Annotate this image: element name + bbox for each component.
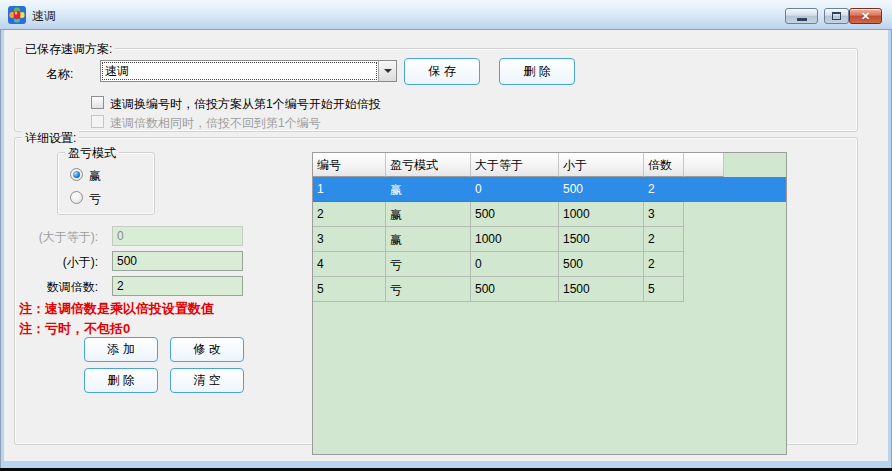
column-header-1[interactable]: 编号 xyxy=(313,153,386,177)
restart-from-first-label: 速调换编号时，倍投方案从第1个编号开始开始倍投 xyxy=(110,96,381,113)
rules-table[interactable]: 编号盈亏模式大于等于小于倍数 1赢050022赢500100033赢100015… xyxy=(312,152,787,455)
greater-equal-label: (大于等于): xyxy=(18,229,98,246)
table-cell: 1 xyxy=(313,177,386,202)
dialog-window: 速调 ✕ 已保存速调方案: 名称: 速调 保 存 删 除 速调换编号时，倍投方案… xyxy=(0,0,892,471)
note-multiplier: 注：速调倍数是乘以倍投设置数值 xyxy=(19,300,214,318)
delete-scheme-button[interactable]: 删 除 xyxy=(499,58,575,85)
greater-equal-input xyxy=(112,226,243,246)
profit-loss-mode-label: 盈亏模式 xyxy=(65,145,119,162)
column-header-4[interactable]: 小于 xyxy=(559,153,644,177)
table-cell: 5 xyxy=(313,277,386,302)
less-than-label: (小于): xyxy=(18,254,98,271)
same-multiplier-label: 速调倍数相同时，倍投不回到第1个编号 xyxy=(110,115,321,132)
titlebar: 速调 ✕ xyxy=(0,0,892,30)
column-header-filler xyxy=(684,153,724,177)
restart-from-first-checkbox[interactable] xyxy=(91,96,104,109)
delete-row-button[interactable]: 删 除 xyxy=(84,368,158,393)
table-cell: 500 xyxy=(471,277,559,302)
table-cell: 亏 xyxy=(386,252,471,277)
chevron-down-icon xyxy=(384,69,392,73)
modify-button[interactable]: 修 改 xyxy=(170,337,244,362)
multiplier-input[interactable] xyxy=(112,276,243,296)
table-cell: 2 xyxy=(644,177,684,202)
table-cell: 0 xyxy=(471,252,559,277)
scheme-name-combobox[interactable]: 速调 xyxy=(100,60,397,82)
table-cell: 2 xyxy=(644,252,684,277)
table-cell: 亏 xyxy=(386,277,471,302)
grid-header: 编号盈亏模式大于等于小于倍数 xyxy=(313,153,786,177)
save-button[interactable]: 保 存 xyxy=(404,58,480,85)
table-row[interactable]: 1赢05002 xyxy=(313,177,786,202)
win-radio-label: 赢 xyxy=(89,168,101,185)
minimize-icon xyxy=(797,18,807,21)
close-button[interactable]: ✕ xyxy=(849,8,882,24)
multiplier-label: 数调倍数: xyxy=(18,279,98,296)
table-cell: 2 xyxy=(313,202,386,227)
table-cell: 500 xyxy=(471,202,559,227)
table-cell: 3 xyxy=(313,227,386,252)
same-multiplier-checkbox xyxy=(91,115,104,128)
clear-button[interactable]: 清 空 xyxy=(170,368,244,393)
table-row[interactable]: 2赢50010003 xyxy=(313,202,786,227)
table-cell: 500 xyxy=(559,252,644,277)
table-cell: 1500 xyxy=(559,227,644,252)
table-cell: 500 xyxy=(559,177,644,202)
window-title: 速调 xyxy=(32,8,56,25)
column-header-2[interactable]: 盈亏模式 xyxy=(386,153,471,177)
note-loss-zero: 注：亏时，不包括0 xyxy=(19,320,130,338)
less-than-input[interactable] xyxy=(112,251,243,271)
close-icon: ✕ xyxy=(861,11,870,22)
loss-radio[interactable] xyxy=(70,191,83,204)
table-cell: 赢 xyxy=(386,227,471,252)
name-label: 名称: xyxy=(46,66,73,83)
table-cell: 0 xyxy=(471,177,559,202)
saved-schemes-group-label: 已保存速调方案: xyxy=(22,41,115,58)
column-header-3[interactable]: 大于等于 xyxy=(471,153,559,177)
table-cell: 3 xyxy=(644,202,684,227)
win-radio[interactable] xyxy=(70,168,83,181)
table-cell: 4 xyxy=(313,252,386,277)
table-row[interactable]: 5亏50015005 xyxy=(313,277,786,302)
grid-body: 1赢050022赢500100033赢1000150024亏050025亏500… xyxy=(313,177,786,302)
profit-loss-mode-group: 盈亏模式 xyxy=(57,152,155,215)
app-icon xyxy=(8,6,26,24)
table-row[interactable]: 4亏05002 xyxy=(313,252,786,277)
scheme-name-value: 速调 xyxy=(101,61,378,81)
minimize-button[interactable] xyxy=(785,8,818,24)
maximize-icon xyxy=(832,12,841,20)
table-cell: 1000 xyxy=(559,202,644,227)
add-button[interactable]: 添 加 xyxy=(84,337,158,362)
table-cell: 1000 xyxy=(471,227,559,252)
table-cell: 5 xyxy=(644,277,684,302)
combobox-dropdown-button[interactable] xyxy=(378,61,396,81)
loss-radio-label: 亏 xyxy=(89,191,101,208)
column-header-5[interactable]: 倍数 xyxy=(644,153,684,177)
table-cell: 1500 xyxy=(559,277,644,302)
table-row[interactable]: 3赢100015002 xyxy=(313,227,786,252)
maximize-button[interactable] xyxy=(824,8,849,24)
table-cell: 赢 xyxy=(386,177,471,202)
table-cell: 赢 xyxy=(386,202,471,227)
table-cell: 2 xyxy=(644,227,684,252)
